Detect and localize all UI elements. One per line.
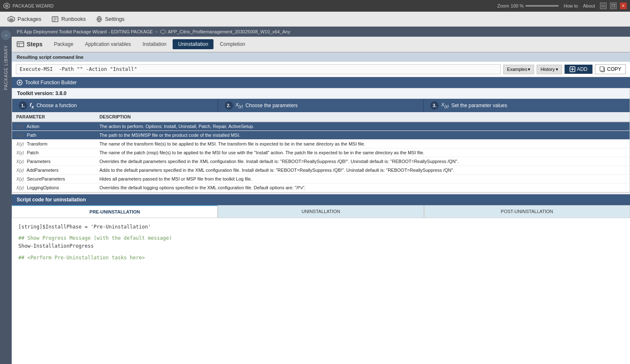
param-xy-icon: X(y) bbox=[16, 124, 24, 129]
history-button[interactable]: History ▾ bbox=[537, 65, 562, 74]
fx-icon: fx bbox=[30, 102, 34, 109]
examples-button[interactable]: Examples ▾ bbox=[503, 65, 534, 74]
toolkit-header[interactable]: Toolkit Function Builder bbox=[12, 77, 630, 88]
code-blank-line bbox=[18, 231, 623, 234]
script-code-area[interactable]: [string]$InstallPhase = 'Pre-Uninstallat… bbox=[12, 218, 630, 364]
script-tabs: PRE-UNINSTALLATION UNINSTALLATION POST-U… bbox=[12, 205, 630, 218]
steps-icon bbox=[17, 41, 24, 47]
tab-app-variables[interactable]: Application variables bbox=[80, 39, 136, 49]
settings-menu-item[interactable]: Settings bbox=[92, 14, 129, 24]
table-row[interactable]: X(y) Path The path to the MSI/MSP file o… bbox=[12, 131, 630, 140]
title-bar: PACKAGE WIZARD Zoom 100 % How to About —… bbox=[0, 0, 630, 12]
tab-pre-uninstall[interactable]: PRE-UNINSTALLATION bbox=[12, 205, 218, 218]
function-step-2: 2. X(y) Choose the parameters bbox=[218, 99, 424, 112]
steps-title: Steps bbox=[17, 41, 43, 48]
col-description: DESCRIPTION bbox=[95, 112, 630, 122]
title-bar-left: PACKAGE WIZARD bbox=[3, 3, 54, 9]
howto-link[interactable]: How to bbox=[564, 3, 578, 8]
packages-label: Packages bbox=[18, 16, 41, 22]
function-step-3: 3. X(y) Set the parameter values bbox=[424, 99, 630, 112]
code-blank-line bbox=[18, 251, 623, 254]
param-description: The action to perform. Options: Install,… bbox=[99, 124, 254, 129]
step-3-label: Set the parameter values bbox=[451, 103, 507, 108]
param-xy-icon: X(y) bbox=[16, 186, 24, 190]
command-input[interactable] bbox=[16, 64, 501, 74]
code-comment-line: ## <Perform Pre-Uninstallation tasks her… bbox=[18, 254, 623, 262]
runbooks-label: Runbooks bbox=[61, 16, 86, 22]
settings-icon bbox=[96, 16, 103, 23]
table-row[interactable]: X(y) Patch The name of the patch (msp) f… bbox=[12, 148, 630, 157]
table-row[interactable]: X(y) LoggingOptions Overrides the defaul… bbox=[12, 183, 630, 192]
param-name: LoggingOptions bbox=[27, 185, 59, 190]
tab-uninstallation[interactable]: Uninstallation bbox=[173, 39, 213, 49]
add-button[interactable]: ADD bbox=[565, 65, 592, 74]
zoom-value: 100 % bbox=[511, 3, 524, 8]
breadcrumb-package: APP_Citrix_Profilemanagement_203025008_W… bbox=[168, 29, 290, 34]
params-scroll[interactable]: PARAMETER DESCRIPTION X(y) Action The ac… bbox=[12, 112, 630, 192]
tab-uninstall[interactable]: UNINSTALLATION bbox=[218, 205, 424, 218]
param-xy-icon: X(y) bbox=[16, 177, 24, 181]
settings-label: Settings bbox=[105, 16, 125, 22]
param-name: SecureParameters bbox=[27, 176, 65, 181]
table-row[interactable]: X(y) Transform The name of the transform… bbox=[12, 140, 630, 148]
table-row[interactable]: X(y) SecureParameters Hides all paramete… bbox=[12, 175, 630, 183]
svg-marker-1 bbox=[5, 4, 8, 8]
tab-completion[interactable]: Completion bbox=[214, 39, 251, 49]
col-parameter: PARAMETER bbox=[12, 112, 95, 122]
tab-package[interactable]: Package bbox=[48, 39, 79, 49]
param-name: Patch bbox=[27, 150, 38, 155]
param-description: Hides all parameters passed to the MSI o… bbox=[99, 176, 252, 181]
sidebar-label: PACKAGE LIBRARY bbox=[4, 45, 8, 90]
content-area: PS App Deployment Toolkit Package Wizard… bbox=[12, 27, 630, 364]
runbooks-icon bbox=[51, 16, 59, 23]
tab-installation[interactable]: Installation bbox=[137, 39, 172, 49]
toolkit-title: Toolkit Function Builder bbox=[25, 80, 77, 85]
zoom-area: Zoom 100 % bbox=[497, 3, 559, 8]
breadcrumb-wizard: PS App Deployment Toolkit Package Wizard bbox=[17, 29, 107, 34]
zoom-slider[interactable] bbox=[525, 5, 559, 7]
param-name: Parameters bbox=[27, 159, 50, 164]
param-description: Overrides the default parameters specifi… bbox=[99, 159, 458, 164]
param-description: The path to the MSI/MSP file or the prod… bbox=[99, 133, 240, 138]
minimize-button[interactable]: — bbox=[600, 3, 607, 9]
step-1-label: Choose a function bbox=[36, 103, 77, 108]
param-xy-icon: X(y) bbox=[16, 142, 24, 146]
packages-menu-item[interactable]: Packages bbox=[3, 14, 45, 24]
command-line-area: Examples ▾ History ▾ ADD CO bbox=[12, 62, 630, 77]
sidebar: → PACKAGE LIBRARY bbox=[0, 27, 12, 364]
table-row[interactable]: X(y) Action The action to perform. Optio… bbox=[12, 122, 630, 131]
steps-label: Steps bbox=[27, 41, 43, 48]
runbooks-menu-item[interactable]: Runbooks bbox=[47, 14, 90, 24]
param-xy-icon: X(y) bbox=[16, 151, 24, 155]
param-name: AddParameters bbox=[27, 168, 58, 173]
code-line: [string]$InstallPhase = 'Pre-Uninstallat… bbox=[18, 223, 623, 231]
app-logo-icon bbox=[3, 3, 10, 9]
svg-point-8 bbox=[98, 18, 100, 20]
param-description: Overrides the default logging options sp… bbox=[99, 185, 306, 190]
command-section-header: Resulting script command line bbox=[12, 52, 630, 62]
xy-icon-3: X(y) bbox=[441, 102, 449, 108]
script-section: Script code for uninstallation PRE-UNINS… bbox=[12, 194, 630, 364]
copy-button[interactable]: COPY bbox=[595, 64, 626, 74]
app-title: PACKAGE WIZARD bbox=[13, 3, 54, 8]
svg-rect-10 bbox=[17, 42, 24, 47]
packages-icon bbox=[8, 16, 15, 23]
tab-post-uninstall[interactable]: POST-UNINSTALLATION bbox=[424, 205, 630, 218]
sidebar-arrow-button[interactable]: → bbox=[1, 30, 11, 40]
breadcrumb: PS App Deployment Toolkit Package Wizard… bbox=[12, 27, 630, 37]
add-icon bbox=[570, 66, 575, 72]
step-2-label: Choose the parameters bbox=[246, 103, 298, 108]
about-link[interactable]: About bbox=[583, 3, 595, 8]
restore-button[interactable]: ❐ bbox=[610, 3, 617, 9]
title-bar-right: Zoom 100 % How to About — ❐ ✕ bbox=[497, 3, 627, 9]
code-line: Show-InstallationProgress bbox=[18, 242, 623, 250]
function-step-1: 1. fx Choose a function bbox=[12, 99, 218, 112]
table-row[interactable]: X(y) AddParameters Adds to the default p… bbox=[12, 166, 630, 175]
close-button[interactable]: ✕ bbox=[620, 3, 627, 9]
param-description: The name of the transform file(s) to be … bbox=[99, 141, 365, 146]
toolkit-content: Toolkit version: 3.8.0 1. fx Choose a fu… bbox=[12, 88, 630, 193]
svg-marker-9 bbox=[161, 30, 166, 34]
step-num-3: 3. bbox=[430, 101, 439, 110]
svg-rect-17 bbox=[600, 67, 604, 71]
table-row[interactable]: X(y) Parameters Overrides the default pa… bbox=[12, 157, 630, 166]
